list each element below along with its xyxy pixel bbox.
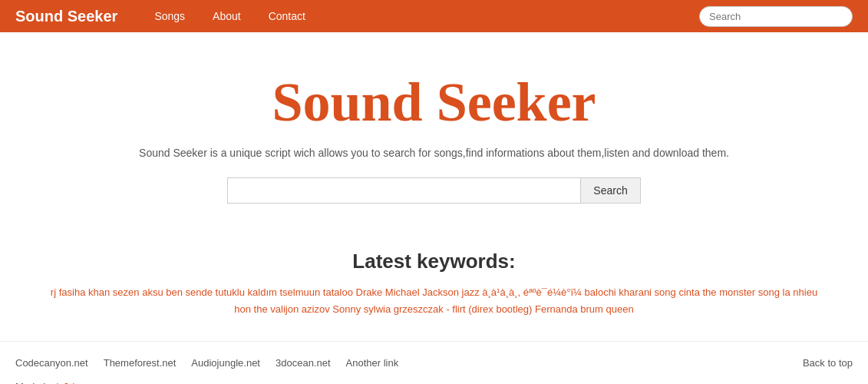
nav-link-contact[interactable]: Contact <box>255 2 319 31</box>
keyword-jazz[interactable]: jazz <box>462 286 480 298</box>
nav-brand: Sound Seeker <box>15 8 117 25</box>
keyword-balochi[interactable]: balochi kharani song <box>585 286 676 298</box>
keyword-fernanda[interactable]: Fernanda brum <box>535 303 603 315</box>
keyword-valijon[interactable]: valijon azizov <box>270 303 329 315</box>
keyword-sylwia[interactable]: sylwia grzeszczak - flirt (direx bootleg… <box>364 303 533 315</box>
footer-links: Codecanyon.net Themeforest.net Audiojung… <box>15 357 853 369</box>
nav-link-songs[interactable]: Songs <box>140 2 199 31</box>
keyword-chinese[interactable]: éªºè¯é¼è°ï¼ <box>523 286 582 298</box>
keyword-thai[interactable]: à¸à¹à¸à¸, <box>482 286 520 298</box>
keyword-rj[interactable]: rj <box>51 286 56 298</box>
keyword-khan[interactable]: khan <box>88 286 110 298</box>
nav-link-about[interactable]: About <box>199 2 255 31</box>
keyword-michael[interactable]: Michael Jackson <box>385 286 459 298</box>
footer-link-audiojungle[interactable]: Audiojungle.net <box>191 357 260 369</box>
nav-search-input[interactable] <box>699 6 853 27</box>
keyword-drake[interactable]: Drake <box>356 286 383 298</box>
hero-search-input[interactable] <box>227 177 580 204</box>
hero-section: Sound Seeker Sound Seeker is a unique sc… <box>0 32 868 250</box>
footer-made-by: Made by ic0de. <box>15 381 853 384</box>
keyword-sezen[interactable]: sezen <box>113 286 140 298</box>
footer-link-3docean[interactable]: 3docean.net <box>276 357 331 369</box>
keyword-tataloo[interactable]: tataloo <box>323 286 353 298</box>
hero-description: Sound Seeker is a unique script wich all… <box>15 147 853 159</box>
keywords-text: rj fasiha khan sezen aksu ben sende tutu… <box>51 284 818 318</box>
keyword-queen[interactable]: queen <box>606 303 634 315</box>
keyword-tselmuun[interactable]: tselmuun <box>279 286 320 298</box>
keywords-section: Latest keywords: rj fasiha khan sezen ak… <box>0 250 868 341</box>
nav-links: Songs About Contact <box>140 2 699 31</box>
footer-link-another[interactable]: Another link <box>346 357 399 369</box>
footer: Codecanyon.net Themeforest.net Audiojung… <box>0 341 868 384</box>
hero-title: Sound Seeker <box>15 71 853 134</box>
made-by-name[interactable]: ic0de <box>56 381 80 384</box>
hero-search-bar: Search <box>15 177 853 204</box>
back-to-top-link[interactable]: Back to top <box>803 357 853 369</box>
keyword-ben[interactable]: ben sende tutuklu kaldım <box>166 286 277 298</box>
footer-link-themeforest[interactable]: Themeforest.net <box>104 357 177 369</box>
keywords-title: Latest keywords: <box>15 250 853 273</box>
made-by-suffix: . <box>81 381 84 384</box>
made-by-prefix: Made by <box>15 381 56 384</box>
keyword-fasiha[interactable]: fasiha <box>59 286 86 298</box>
hero-search-button[interactable]: Search <box>580 177 640 204</box>
keyword-sonny[interactable]: Sonny <box>332 303 361 315</box>
footer-link-codecanyon[interactable]: Codecanyon.net <box>15 357 88 369</box>
keyword-cinta[interactable]: cinta the monster song <box>678 286 780 298</box>
navbar: Sound Seeker Songs About Contact <box>0 0 868 32</box>
keyword-aksu[interactable]: aksu <box>142 286 163 298</box>
nav-search-wrapper <box>699 6 853 27</box>
